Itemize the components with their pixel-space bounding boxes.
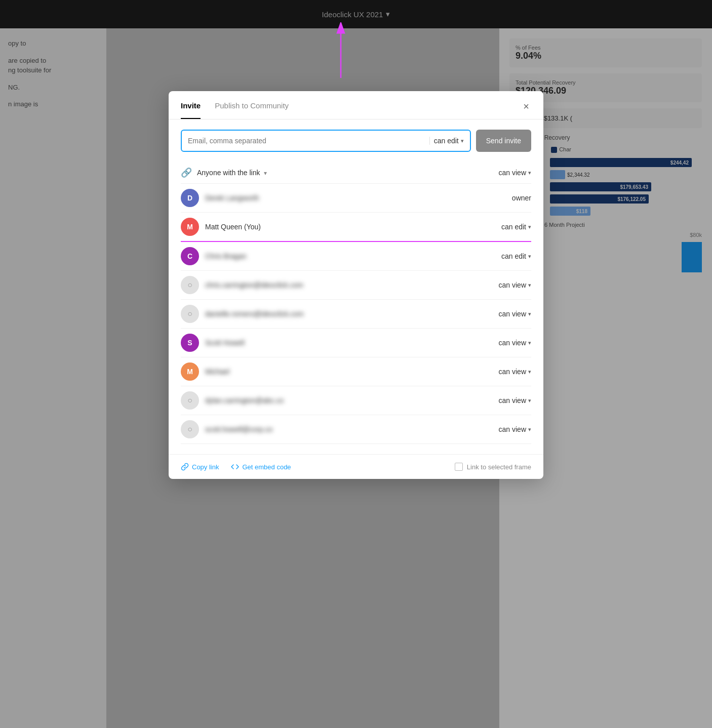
scott-avatar: S <box>181 334 199 352</box>
tab-publish[interactable]: Publish to Community <box>215 101 289 119</box>
email4-avatar: ○ <box>181 420 199 438</box>
chris-permission-chevron: ▾ <box>528 253 531 260</box>
email2-avatar: ○ <box>181 305 199 323</box>
you-permission-chevron: ▾ <box>528 224 531 230</box>
email4-permission[interactable]: can view ▾ <box>499 425 531 433</box>
member-row-email4: ○ scott.howell@corp.co can view ▾ <box>181 415 531 444</box>
embed-code-button[interactable]: Get embed code <box>231 463 291 471</box>
chris-permission[interactable]: can edit ▾ <box>501 252 531 260</box>
frame-label: Link to selected frame <box>467 463 531 471</box>
embed-icon <box>231 463 239 471</box>
link-chevron[interactable]: ▾ <box>264 170 267 177</box>
you-name: Matt Queen (You) <box>205 223 501 231</box>
email1-avatar: ○ <box>181 276 199 294</box>
frame-checkbox-area: Link to selected frame <box>455 463 531 471</box>
invite-permission-dropdown[interactable]: can edit ▾ <box>429 137 464 145</box>
email2-permission[interactable]: can view ▾ <box>499 310 531 318</box>
link-permission[interactable]: can view ▾ <box>499 169 531 177</box>
annotation-arrow <box>326 22 356 83</box>
email-input[interactable] <box>188 137 429 145</box>
link-icon: 🔗 <box>181 167 192 178</box>
michael-avatar: M <box>181 362 199 381</box>
owner-name: Derek Langworth <box>205 194 512 202</box>
member-row-email1: ○ chris.carrington@ideoclick.com can vie… <box>181 271 531 300</box>
share-modal: Invite Publish to Community × can edit ▾… <box>169 91 543 479</box>
email3-permission-chevron: ▾ <box>528 397 531 404</box>
send-invite-button[interactable]: Send invite <box>476 130 531 152</box>
you-avatar: M <box>181 218 199 236</box>
member-row-michael: M Michael can view ▾ <box>181 357 531 386</box>
chris-name: Chris Bragan <box>205 252 501 260</box>
email2-permission-chevron: ▾ <box>528 311 531 317</box>
frame-checkbox[interactable] <box>455 463 463 471</box>
member-row-owner: D Derek Langworth owner <box>181 184 531 213</box>
modal-body: can edit ▾ Send invite 🔗 Anyone with the… <box>169 119 543 454</box>
michael-name: Michael <box>205 368 499 376</box>
email1-permission-chevron: ▾ <box>528 282 531 289</box>
copy-link-button[interactable]: Copy link <box>181 463 219 471</box>
member-row-link: 🔗 Anyone with the link ▾ can view ▾ <box>181 162 531 184</box>
email3-permission[interactable]: can view ▾ <box>499 396 531 405</box>
member-row-scott: S Scott Howell can view ▾ <box>181 329 531 357</box>
michael-permission-chevron: ▾ <box>528 369 531 375</box>
member-row-email3: ○ dylan.carrington@abc.co can view ▾ <box>181 386 531 415</box>
email4-permission-chevron: ▾ <box>528 426 531 433</box>
modal-header: Invite Publish to Community × <box>169 91 543 119</box>
link-permission-chevron: ▾ <box>528 170 531 176</box>
email1-permission[interactable]: can view ▾ <box>499 281 531 289</box>
close-button[interactable]: × <box>519 99 533 113</box>
email3-name: dylan.carrington@abc.co <box>205 396 499 405</box>
owner-avatar: D <box>181 189 199 207</box>
scott-permission[interactable]: can view ▾ <box>499 339 531 347</box>
permission-chevron: ▾ <box>461 138 464 144</box>
owner-permission: owner <box>512 194 531 202</box>
member-row-you: M Matt Queen (You) can edit ▾ <box>181 213 531 242</box>
member-row-chris: C Chris Bragan can edit ▾ <box>181 242 531 271</box>
member-row-email2: ○ danielle.romero@ideoclick.com can view… <box>181 300 531 329</box>
email1-name: chris.carrington@ideoclick.com <box>205 281 499 289</box>
scott-permission-chevron: ▾ <box>528 340 531 346</box>
email3-avatar: ○ <box>181 391 199 410</box>
copy-link-icon <box>181 463 189 471</box>
you-permission[interactable]: can edit ▾ <box>501 223 531 231</box>
michael-permission[interactable]: can view ▾ <box>499 368 531 376</box>
email-input-wrap[interactable]: can edit ▾ <box>181 130 471 152</box>
email4-name: scott.howell@corp.co <box>205 425 499 433</box>
modal-footer: Copy link Get embed code Link to selecte… <box>169 454 543 479</box>
scott-name: Scott Howell <box>205 339 499 347</box>
chris-avatar: C <box>181 247 199 265</box>
invite-row: can edit ▾ Send invite <box>181 130 531 152</box>
email2-name: danielle.romero@ideoclick.com <box>205 310 499 318</box>
tab-invite[interactable]: Invite <box>181 101 201 119</box>
